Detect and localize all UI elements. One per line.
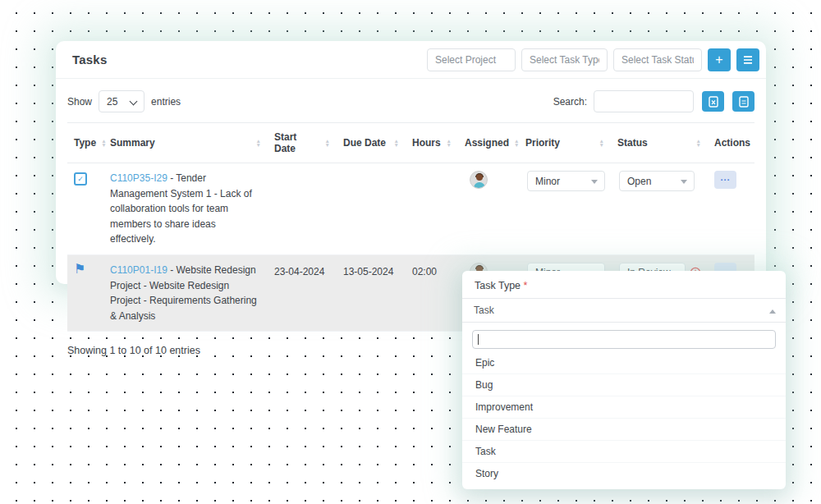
select-project-input[interactable] [427,48,516,71]
task-code-link[interactable]: C110P35-I29 [110,172,167,184]
chevron-down-icon [130,98,138,106]
option-new-feature[interactable]: New Feature [462,419,786,441]
page-size-value: 25 [107,96,117,108]
option-task[interactable]: Task [462,441,786,463]
due-date-cell [337,163,406,255]
sort-icon: ▲▼ [691,139,701,147]
hours-cell: 02:00 [406,254,458,331]
chevron-up-icon [769,309,776,314]
header-priority[interactable]: Priority▲▼ [519,123,611,163]
task-type-icon: ✓ [74,172,87,186]
option-improvement[interactable]: Improvement [462,396,786,419]
excel-file-icon [709,96,718,108]
show-label: Show [67,96,92,108]
page-size-group: Show 25 entries [67,90,181,112]
page-title: Tasks [72,53,107,66]
task-code-link[interactable]: C110P01-I19 [110,264,167,276]
select-task-type-input[interactable] [521,48,608,71]
chevron-down-icon [591,180,598,184]
filter-group: + [427,48,759,71]
sort-icon: ▲▼ [389,139,399,147]
chevron-down-icon [681,180,687,184]
status-value: Open [627,176,651,187]
dropdown-search-input[interactable] [472,330,776,349]
header-status[interactable]: Status▲▼ [611,123,708,163]
sort-icon: ▲▼ [251,139,261,147]
task-type-options: Epic Bug Improvement New Feature Task St… [462,352,786,484]
ellipsis-icon: ... [720,172,730,182]
task-summary: C110P01-I19 - Website Redesign Project -… [110,263,261,323]
option-bug[interactable]: Bug [462,374,786,396]
sort-icon: ▲▼ [509,139,519,147]
sort-icon: ▲▼ [320,139,330,147]
search-input[interactable] [594,90,694,112]
table-header-row: Type▲▼ Summary▲▼ Start Date▲▼ Due Date▲▼… [67,123,754,163]
select-task-status-input[interactable] [613,48,702,71]
status-select[interactable]: Open [619,171,695,191]
header-summary[interactable]: Summary▲▼ [103,123,268,163]
assignee-avatar[interactable] [470,171,488,189]
search-group: Search: [553,90,754,112]
header-due-date[interactable]: Due Date▲▼ [337,123,406,163]
card-header: Tasks + [56,41,766,79]
required-asterisk: * [524,280,528,291]
sort-icon: ▲▼ [96,139,106,147]
table-row[interactable]: ✓ C110P35-I29 - Tender Management System… [67,163,754,255]
pdf-export-button[interactable] [732,91,754,112]
task-type-panel: Task Type * Task Epic Bug Improvement Ne… [462,271,786,489]
priority-select[interactable]: Minor [527,171,605,191]
header-start-date[interactable]: Start Date▲▼ [268,123,337,163]
text-caret [478,334,479,345]
add-task-button[interactable]: + [708,48,731,71]
sort-icon: ▲▼ [594,139,604,147]
due-date-cell: 13-05-2024 [337,254,406,331]
tasks-card: Tasks + Show 25 entries Search: [56,41,766,284]
plus-icon: + [715,53,722,66]
dropdown-search-wrap [462,323,786,352]
start-date-cell: 23-04-2024 [268,254,337,331]
entries-info: Showing 1 to 10 of 10 entries [67,345,200,356]
row-actions-button[interactable]: ... [714,171,736,189]
flag-icon: ⚑ [74,263,97,276]
hours-cell [406,163,458,255]
header-hours[interactable]: Hours▲▼ [406,123,458,163]
task-type-label: Task Type * [462,271,786,298]
entries-label: entries [151,96,181,108]
page-size-select[interactable]: 25 [99,90,144,112]
table-toolbar: Show 25 entries Search: [56,79,766,122]
start-date-cell [268,163,337,255]
excel-export-button[interactable] [702,91,724,112]
sort-icon: ▲▼ [442,139,452,147]
search-label: Search: [553,96,587,108]
list-icon [743,56,753,64]
header-actions: Actions [708,123,754,163]
header-assigned[interactable]: Assigned▲▼ [458,123,519,163]
option-epic[interactable]: Epic [462,352,786,374]
task-type-select[interactable]: Task [462,298,786,323]
option-story[interactable]: Story [462,463,786,484]
task-summary: C110P35-I29 - Tender Management System 1… [110,171,261,247]
priority-value: Minor [535,176,560,187]
pdf-file-icon [739,96,749,108]
task-type-selected-value: Task [474,305,494,316]
header-type[interactable]: Type▲▼ [67,123,103,163]
list-view-button[interactable] [736,48,759,71]
